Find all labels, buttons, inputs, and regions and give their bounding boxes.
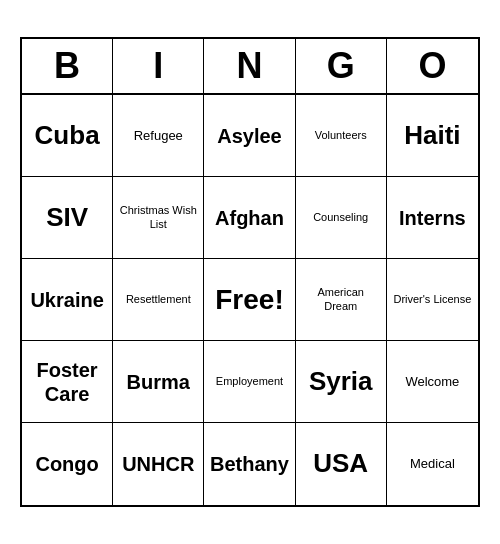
- cell-r4-c4: Medical: [387, 423, 478, 505]
- cell-text: Refugee: [134, 128, 183, 144]
- cell-r3-c3: Syria: [296, 341, 387, 423]
- cell-r0-c1: Refugee: [113, 95, 204, 177]
- cell-text: Interns: [399, 206, 466, 230]
- cell-text: USA: [313, 448, 368, 479]
- cell-text: Burma: [127, 370, 190, 394]
- cell-text: Cuba: [35, 120, 100, 151]
- cell-r4-c2: Bethany: [204, 423, 295, 505]
- header-letter: N: [204, 39, 295, 93]
- header-letter: G: [296, 39, 387, 93]
- cell-r4-c3: USA: [296, 423, 387, 505]
- bingo-header: BINGO: [22, 39, 478, 95]
- header-letter: B: [22, 39, 113, 93]
- cell-text: Free!: [215, 283, 283, 317]
- cell-text: Volunteers: [315, 129, 367, 142]
- header-letter: O: [387, 39, 478, 93]
- cell-text: Syria: [309, 366, 373, 397]
- cell-r0-c0: Cuba: [22, 95, 113, 177]
- cell-r4-c1: UNHCR: [113, 423, 204, 505]
- cell-r1-c4: Interns: [387, 177, 478, 259]
- cell-r1-c3: Counseling: [296, 177, 387, 259]
- cell-text: Haiti: [404, 120, 460, 151]
- cell-text: Driver's License: [393, 293, 471, 306]
- cell-r2-c4: Driver's License: [387, 259, 478, 341]
- cell-text: Medical: [410, 456, 455, 472]
- cell-text: Welcome: [405, 374, 459, 390]
- cell-text: SIV: [46, 202, 88, 233]
- cell-text: American Dream: [300, 286, 382, 312]
- cell-text: Asylee: [217, 124, 282, 148]
- cell-r1-c2: Afghan: [204, 177, 295, 259]
- cell-r3-c2: Employement: [204, 341, 295, 423]
- cell-text: Christmas Wish List: [117, 204, 199, 230]
- cell-r4-c0: Congo: [22, 423, 113, 505]
- cell-text: Foster Care: [26, 358, 108, 406]
- cell-r2-c0: Ukraine: [22, 259, 113, 341]
- cell-text: Counseling: [313, 211, 368, 224]
- cell-r3-c0: Foster Care: [22, 341, 113, 423]
- header-letter: I: [113, 39, 204, 93]
- cell-text: Bethany: [210, 452, 289, 476]
- cell-r2-c2: Free!: [204, 259, 295, 341]
- bingo-grid: CubaRefugeeAsyleeVolunteersHaitiSIVChris…: [22, 95, 478, 505]
- cell-r3-c1: Burma: [113, 341, 204, 423]
- cell-text: Resettlement: [126, 293, 191, 306]
- cell-r2-c3: American Dream: [296, 259, 387, 341]
- cell-r1-c0: SIV: [22, 177, 113, 259]
- cell-r0-c3: Volunteers: [296, 95, 387, 177]
- cell-text: Employement: [216, 375, 283, 388]
- cell-text: UNHCR: [122, 452, 194, 476]
- cell-text: Congo: [35, 452, 98, 476]
- cell-r2-c1: Resettlement: [113, 259, 204, 341]
- cell-text: Ukraine: [30, 288, 103, 312]
- cell-r0-c4: Haiti: [387, 95, 478, 177]
- cell-text: Afghan: [215, 206, 284, 230]
- cell-r0-c2: Asylee: [204, 95, 295, 177]
- cell-r1-c1: Christmas Wish List: [113, 177, 204, 259]
- cell-r3-c4: Welcome: [387, 341, 478, 423]
- bingo-card: BINGO CubaRefugeeAsyleeVolunteersHaitiSI…: [20, 37, 480, 507]
